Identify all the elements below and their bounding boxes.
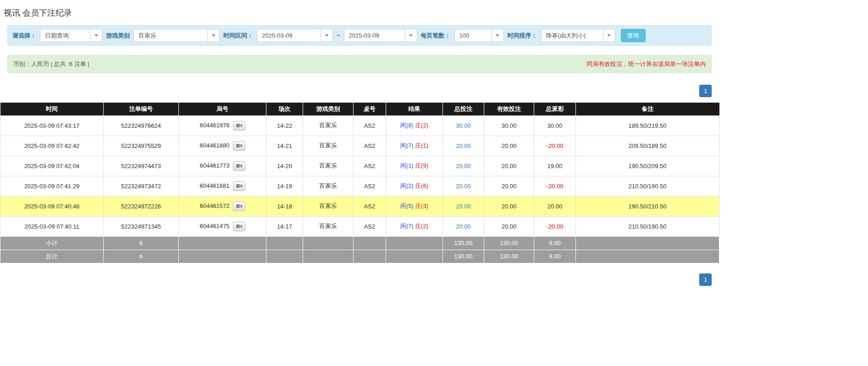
result-player: 闲(5) (400, 202, 414, 209)
column-header: 局号 (179, 103, 266, 115)
caret-down-icon[interactable] (321, 29, 332, 42)
result-player: 闲(1) (400, 162, 414, 169)
round-number: 604461773 (199, 162, 229, 169)
cell-game-type: 百家乐 (303, 196, 354, 216)
total-bet-link[interactable]: 20.00 (456, 142, 471, 149)
cell-payout: 30.00 (534, 115, 576, 136)
page: 视讯 会员下注纪录 请选择： 日期查询 游戏类别 百家乐 时间区间： 2025-… (0, 0, 868, 366)
date-from-picker[interactable]: 2025-03-09 (257, 29, 333, 42)
pagination-top: 1 (7, 85, 712, 97)
column-header: 总投注 (443, 103, 484, 115)
video-camera-icon (236, 143, 242, 148)
total-row: 总计 6 130.00 130.00 9.00 (0, 250, 719, 263)
total-valid-bet: 130.00 (484, 250, 534, 263)
cell-game-type: 百家乐 (303, 216, 354, 236)
select-type-dropdown[interactable]: 日期查询 (40, 29, 102, 42)
date-range-separator: ~ (337, 32, 340, 39)
page-size-dropdown[interactable]: 100 (454, 29, 504, 42)
cell-time: 2025-03-09 07:40:48 (0, 196, 104, 216)
sort-order-dropdown[interactable]: 降幂(由大到小) (541, 29, 615, 42)
result-banker: 庄(2) (415, 122, 428, 129)
search-button[interactable]: 查询 (621, 29, 646, 42)
cell-round-number: 604461681 (179, 176, 266, 196)
video-camera-icon (236, 224, 242, 229)
empty-cell (354, 236, 386, 250)
round-replay-button[interactable] (233, 202, 245, 211)
round-number: 604461880 (199, 142, 229, 148)
subtotal-label: 小计 (0, 236, 104, 250)
total-bet-link[interactable]: 30.00 (456, 122, 471, 129)
column-header: 桌号 (354, 103, 386, 115)
cell-game-type: 百家乐 (303, 136, 354, 156)
cell-total-bet: 20.00 (443, 156, 484, 176)
caret-down-icon[interactable] (90, 29, 102, 42)
cell-table-number: AS2 (354, 216, 386, 236)
total-label: 总计 (0, 250, 104, 263)
game-type-dropdown[interactable]: 百家乐 (133, 29, 220, 42)
page-1-button[interactable]: 1 (699, 85, 712, 97)
cell-bet-number: 522324974473 (104, 156, 179, 176)
bet-records-table: 时间注单编号局号场次游戏类别桌号结果总投注有效投注总派彩备注 2025-03-0… (0, 103, 719, 263)
game-type-label: 游戏类别 (106, 32, 130, 40)
date-from-value: 2025-03-09 (257, 29, 321, 42)
cell-table-number: AS2 (354, 176, 386, 196)
cell-round-number: 604461880 (179, 136, 266, 156)
total-bet-link[interactable]: 20.00 (456, 183, 471, 190)
round-replay-button[interactable] (233, 161, 245, 171)
cell-valid-bet: 30.00 (484, 115, 534, 136)
cell-session: 14-20 (266, 156, 303, 176)
date-to-picker[interactable]: 2025-03-09 (344, 29, 417, 42)
filter-bar: 请选择： 日期查询 游戏类别 百家乐 时间区间： 2025-03-09 ~ 20… (7, 25, 712, 46)
column-header: 有效投注 (484, 103, 534, 115)
round-replay-button[interactable] (233, 222, 245, 231)
cell-time: 2025-03-09 07:40:11 (0, 216, 104, 236)
content: 视讯 会员下注纪录 请选择： 日期查询 游戏类别 百家乐 时间区间： 2025-… (0, 0, 719, 286)
empty-cell (266, 236, 303, 250)
table-row: 2025-03-09 07:43:17 522324976624 6044619… (0, 115, 719, 136)
total-bet-link[interactable]: 20.00 (456, 223, 471, 230)
cell-payout: 20.00 (534, 196, 576, 216)
caret-down-icon[interactable] (405, 29, 417, 42)
result-banker: 庄(6) (415, 182, 428, 189)
video-camera-icon (236, 164, 242, 168)
result-banker: 庄(1) (415, 142, 428, 149)
table-row: 2025-03-09 07:42:04 522324974473 6044617… (0, 156, 719, 176)
total-bet-link[interactable]: 20.00 (456, 163, 471, 169)
cell-payout: -20.00 (534, 176, 576, 196)
cell-session: 14-17 (266, 216, 303, 236)
cell-session: 14-21 (266, 136, 303, 156)
column-header: 注单编号 (104, 103, 179, 115)
round-replay-button[interactable] (233, 141, 245, 151)
page-1-button[interactable]: 1 (699, 273, 712, 286)
column-header: 场次 (266, 103, 303, 115)
cell-total-bet: 20.00 (443, 136, 484, 156)
cell-total-bet: 20.00 (443, 196, 484, 216)
cell-payout: 19.00 (534, 156, 576, 176)
cell-payout: -20.00 (534, 136, 576, 156)
caret-down-icon[interactable] (492, 29, 503, 42)
total-bet-link[interactable]: 20.00 (456, 203, 471, 210)
cell-valid-bet: 20.00 (484, 176, 534, 196)
cell-time: 2025-03-09 07:42:04 (0, 156, 104, 176)
round-number: 604461681 (199, 182, 229, 189)
cell-result: 闲(1) 庄(9) (386, 156, 443, 176)
round-replay-button[interactable] (233, 121, 245, 131)
cell-note: 190.50/209.50 (576, 156, 719, 176)
table-row: 2025-03-09 07:40:11 522324971345 6044614… (0, 216, 719, 236)
sort-order-label: 时间排序： (508, 32, 537, 40)
cell-game-type: 百家乐 (303, 156, 354, 176)
empty-cell (576, 250, 719, 263)
caret-down-icon[interactable] (207, 29, 219, 42)
pagination-bottom: 1 (7, 273, 712, 286)
column-header: 游戏类别 (303, 103, 354, 115)
empty-cell (386, 236, 443, 250)
result-player: 闲(2) (400, 182, 414, 189)
table-body: 2025-03-09 07:43:17 522324976624 6044619… (0, 115, 719, 236)
cell-total-bet: 20.00 (443, 176, 484, 196)
cell-total-bet: 30.00 (443, 115, 484, 136)
empty-cell (354, 250, 386, 263)
cell-round-number: 604461572 (179, 196, 266, 216)
column-header: 时间 (0, 103, 104, 115)
caret-down-icon[interactable] (603, 29, 615, 42)
round-replay-button[interactable] (233, 181, 245, 191)
